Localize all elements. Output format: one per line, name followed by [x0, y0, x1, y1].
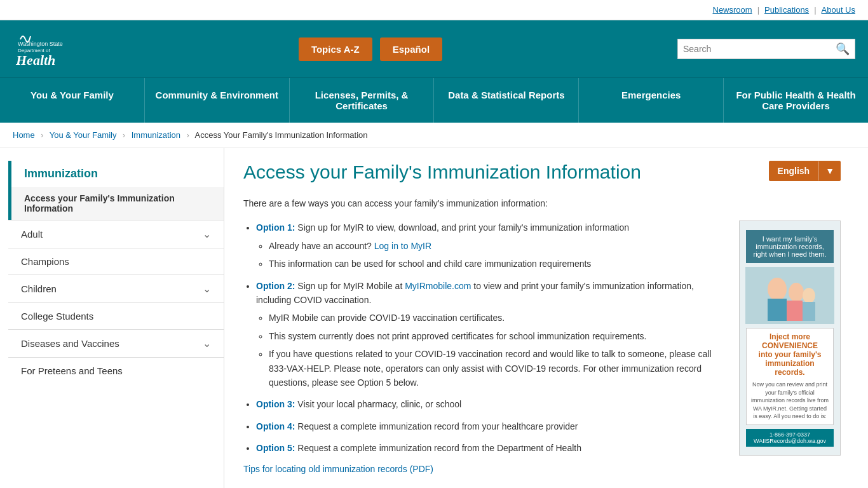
page-title: Access your Family's Immunization Inform…	[243, 161, 756, 184]
top-nav-links: Newsroom | Publications | About Us	[713, 5, 856, 15]
option-3-label: Option 3:	[256, 399, 295, 409]
side-image-footer: 1-866-397-0337WAIISRecords@doh.wa.gov	[746, 429, 834, 447]
about-us-link[interactable]: About Us	[822, 5, 855, 15]
option-4-item: Option 4: Request a complete immunizatio…	[256, 419, 726, 433]
options-list-area: Option 1: Sign up for MyIR to view, down…	[243, 220, 726, 488]
nav-public-health[interactable]: For Public Health & Health Care Provider…	[724, 78, 868, 123]
option-5-item: Option 5: Request a complete immunizatio…	[256, 441, 726, 455]
tips-pdf-link[interactable]: Tips for locating old immunization recor…	[243, 464, 726, 474]
header-top: Newsroom | Publications | About Us	[0, 0, 868, 20]
logo: Washington State Department of Health	[13, 27, 64, 71]
option-1-item: Option 1: Sign up for MyIR to view, down…	[256, 220, 726, 271]
option-1-sublist: Already have an account? Log in to MyIR …	[256, 239, 726, 271]
intro-text: There are a few ways you can access your…	[243, 196, 841, 210]
sidebar-title[interactable]: Immunization	[8, 161, 224, 187]
option-4-text: Request a complete immunization record f…	[297, 421, 578, 431]
option-5-label: Option 5:	[256, 443, 295, 453]
sidebar-item-label-adult: Adult	[21, 229, 43, 240]
family-photo-placeholder	[745, 267, 834, 324]
sidebar: Immunization Access your Family's Immuni…	[8, 148, 224, 488]
side-image-header: I want my family's immunization records,…	[746, 230, 834, 263]
sidebar-item-label-diseases: Diseases and Vaccines	[21, 338, 119, 349]
nav-data-statistical[interactable]: Data & Statistical Reports	[434, 78, 579, 123]
language-switcher: English ▼	[769, 161, 841, 181]
topics-az-button[interactable]: Topics A-Z	[299, 37, 372, 61]
search-button[interactable]: 🔍	[836, 42, 850, 56]
breadcrumb-current: Access Your Family's Immunization Inform…	[195, 130, 368, 140]
publications-link[interactable]: Publications	[764, 5, 809, 15]
option-1-label: Option 1:	[256, 222, 295, 233]
header-main: Washington State Department of Health To…	[0, 20, 868, 78]
sidebar-item-label-children: Children	[21, 283, 57, 294]
myirmobile-link[interactable]: MyIRmobile.com	[405, 281, 471, 291]
content-wrapper: Immunization Access your Family's Immuni…	[8, 148, 860, 488]
sidebar-item-children[interactable]: Children ⌄	[8, 274, 224, 302]
option-2-text: Sign up for MyIR Mobile at	[297, 281, 405, 291]
side-image-caption: Inject moreCONVENIENCEinto your family's…	[746, 328, 834, 425]
svg-text:Health: Health	[15, 52, 55, 68]
side-image-panel: I want my family's immunization records,…	[739, 220, 841, 456]
option-3-item: Option 3: Visit your local pharmacy, cli…	[256, 397, 726, 411]
sidebar-active-item: Access your Family's Immunization Inform…	[8, 187, 224, 220]
chevron-down-icon-children: ⌄	[203, 283, 211, 295]
nav-community-environment[interactable]: Community & Environment	[145, 78, 290, 123]
chevron-down-icon-diseases: ⌄	[203, 337, 211, 349]
espanol-button[interactable]: Español	[380, 37, 442, 61]
sidebar-item-college-students[interactable]: College Students	[8, 302, 224, 329]
breadcrumb: Home › You & Your Family › Immunization …	[0, 123, 868, 148]
main-content: Access your Family's Immunization Inform…	[224, 148, 860, 488]
content-with-image: Option 1: Sign up for MyIR to view, down…	[243, 220, 841, 488]
search-area: 🔍	[677, 39, 855, 59]
sidebar-item-champions[interactable]: Champions	[8, 248, 224, 274]
option-1-sub-2: This information can be used for school …	[269, 257, 726, 271]
svg-rect-8	[768, 299, 787, 321]
sidebar-item-label-champions: Champions	[21, 256, 69, 267]
options-list: Option 1: Sign up for MyIR to view, down…	[243, 220, 726, 455]
login-myir-link[interactable]: Log in to MyIR	[374, 241, 431, 251]
sidebar-item-label-preteens: For Preteens and Teens	[21, 365, 123, 376]
svg-text:Washington State: Washington State	[18, 41, 63, 47]
language-dropdown-button[interactable]: ▼	[819, 161, 841, 181]
nav-licenses-permits[interactable]: Licenses, Permits, & Certificates	[290, 78, 435, 123]
breadcrumb-home[interactable]: Home	[13, 130, 35, 140]
nav-emergencies[interactable]: Emergencies	[579, 78, 724, 123]
page-title-row: Access your Family's Immunization Inform…	[243, 161, 841, 184]
header-center-buttons: Topics A-Z Español	[299, 37, 442, 61]
option-1-text: Sign up for MyIR to view, download, and …	[297, 222, 629, 233]
svg-point-5	[768, 278, 787, 301]
option-5-text: Request a complete immunization record f…	[297, 443, 581, 453]
svg-point-6	[789, 283, 804, 302]
sidebar-item-preteens-teens[interactable]: For Preteens and Teens	[8, 357, 224, 384]
svg-point-7	[803, 288, 815, 303]
breadcrumb-you-your-family[interactable]: You & Your Family	[50, 130, 117, 140]
option-2-sub-1: MyIR Mobile can provide COVID-19 vaccina…	[269, 311, 726, 325]
newsroom-link[interactable]: Newsroom	[713, 5, 752, 15]
option-2-label: Option 2:	[256, 281, 295, 291]
svg-rect-9	[787, 301, 803, 321]
sidebar-item-adult[interactable]: Adult ⌄	[8, 220, 224, 248]
option-2-item: Option 2: Sign up for MyIR Mobile at MyI…	[256, 279, 726, 390]
option-3-text: Visit your local pharmacy, clinic, or sc…	[297, 399, 461, 409]
nav-you-your-family[interactable]: You & Your Family	[0, 78, 145, 123]
search-icon: 🔍	[836, 43, 850, 55]
english-button[interactable]: English	[769, 161, 819, 181]
search-input[interactable]	[683, 44, 836, 54]
option-4-label: Option 4:	[256, 421, 295, 431]
svg-rect-10	[803, 302, 815, 321]
option-2-sub-3: If you have questions related to your CO…	[269, 347, 726, 390]
breadcrumb-immunization[interactable]: Immunization	[132, 130, 180, 140]
main-nav: You & Your Family Community & Environmen…	[0, 78, 868, 123]
sidebar-item-diseases-vaccines[interactable]: Diseases and Vaccines ⌄	[8, 329, 224, 357]
option-2-sublist: MyIR Mobile can provide COVID-19 vaccina…	[256, 311, 726, 390]
sidebar-item-label-college: College Students	[21, 311, 93, 322]
option-2-sub-2: This system currently does not print app…	[269, 329, 726, 343]
option-1-sub-1: Already have an account? Log in to MyIR	[269, 239, 726, 253]
logo-area: Washington State Department of Health	[13, 27, 64, 71]
chevron-down-icon: ⌄	[203, 228, 211, 240]
